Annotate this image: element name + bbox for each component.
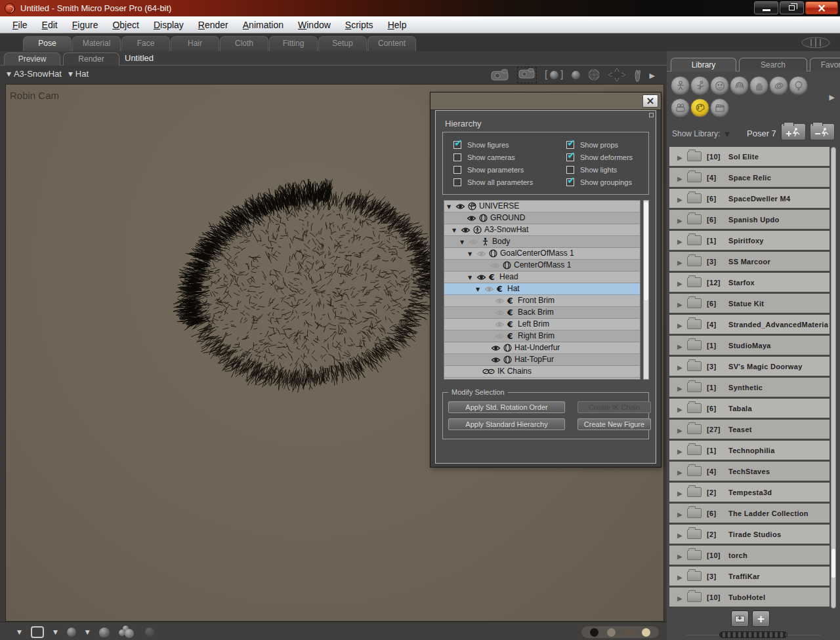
folder-icon[interactable] <box>687 193 702 203</box>
folder-expand-arrow-icon[interactable] <box>677 424 682 435</box>
tab-preview[interactable]: Preview <box>4 52 60 66</box>
element-style-ball-icon[interactable] <box>99 628 110 637</box>
library-folder-row[interactable]: [1]StudioMaya <box>669 336 830 355</box>
visibility-eye-dim-icon[interactable] <box>476 250 486 257</box>
checkbox-show-lights[interactable]: Show lights <box>566 165 648 174</box>
category-poses-icon[interactable] <box>690 76 709 95</box>
folder-name[interactable]: Sol Elite <box>728 153 828 161</box>
close-button[interactable] <box>805 1 838 14</box>
library-folder-row[interactable]: [4]Space Relic <box>669 168 830 187</box>
folder-name[interactable]: Tirade Studios <box>728 530 828 538</box>
room-tab-cloth[interactable]: Cloth <box>220 36 268 51</box>
actor-dropdown-arrow-icon[interactable]: ▼ <box>68 71 73 77</box>
category-expand-arrow-icon[interactable] <box>830 90 835 102</box>
folder-name[interactable]: TraffiKar <box>728 572 828 580</box>
folder-expand-arrow-icon[interactable] <box>677 235 682 247</box>
folder-expand-arrow-icon[interactable] <box>677 172 682 184</box>
menu-file[interactable]: File <box>5 18 35 31</box>
folder-expand-arrow-icon[interactable] <box>677 591 682 603</box>
runtime-dropdown-arrow-icon[interactable] <box>724 129 730 138</box>
tree-row-ik-chains[interactable]: IK Chains <box>444 366 640 378</box>
tab-render[interactable]: Render <box>63 52 119 66</box>
tree-row-left-brim[interactable]: Left Brim <box>444 319 640 330</box>
folder-icon[interactable] <box>687 298 702 308</box>
tree-row-goalcenterofmass-1[interactable]: GoalCenterOfMass 1 <box>444 248 640 260</box>
folder-name[interactable]: Spanish Updo <box>728 216 828 224</box>
background-swatch-2[interactable] <box>625 628 633 637</box>
tree-row-hat-underfur[interactable]: Hat-Underfur <box>444 342 640 354</box>
checkbox-show-all-parameters[interactable]: Show all parameters <box>453 178 566 187</box>
room-dial-icon[interactable] <box>801 37 831 49</box>
room-tab-fitting[interactable]: Fitting <box>269 36 318 51</box>
tree-row-a3-snowhat[interactable]: A3-SnowHat <box>444 224 640 236</box>
visibility-eye-icon[interactable] <box>461 227 471 233</box>
visibility-eye-icon[interactable] <box>491 345 501 351</box>
visibility-eye-dim-icon[interactable] <box>495 298 505 304</box>
library-folder-row[interactable]: [1]Synthetic <box>669 378 830 397</box>
category-cameras-icon[interactable] <box>671 98 690 117</box>
camera-menu-arrow-icon[interactable]: ▼ <box>17 629 22 635</box>
visibility-eye-dim-icon[interactable] <box>495 333 505 340</box>
camera-select-icon[interactable] <box>517 67 537 83</box>
folder-expand-arrow-icon[interactable] <box>677 361 682 372</box>
tree-row-back-brim[interactable]: Back Brim <box>444 307 640 319</box>
folder-icon[interactable] <box>687 424 702 434</box>
restore-button[interactable] <box>780 1 804 14</box>
library-tab-search[interactable]: Search <box>739 58 807 71</box>
library-folder-row[interactable]: [3]SS Marcoor <box>669 252 830 271</box>
runtime-selector[interactable]: Poser 7 <box>747 129 776 138</box>
checkbox-show-groupings[interactable]: Show groupings <box>566 178 648 187</box>
figure-dropdown-arrow-icon[interactable]: ▼ <box>7 71 11 77</box>
background-swatch-0[interactable] <box>590 628 598 637</box>
room-tab-pose[interactable]: Pose <box>23 36 72 51</box>
trackball-icon[interactable] <box>588 69 600 81</box>
add-to-library-button[interactable] <box>731 610 749 627</box>
category-scenes-icon[interactable] <box>710 98 729 117</box>
ball-icon[interactable] <box>572 71 580 79</box>
folder-expand-arrow-icon[interactable] <box>677 508 682 519</box>
folder-icon[interactable] <box>687 571 702 581</box>
minimize-button[interactable] <box>754 1 778 14</box>
folder-icon[interactable] <box>687 256 702 266</box>
tree-collapse-arrow-icon[interactable] <box>460 236 469 248</box>
figure-selector[interactable]: A3-SnowHat <box>14 69 62 79</box>
library-folder-row[interactable]: [2]Tirade Studios <box>669 525 830 544</box>
create-new-figure-button[interactable]: Create New Figure <box>578 418 651 430</box>
tree-row-body[interactable]: Body <box>444 236 640 248</box>
element-style-arrow-icon[interactable]: ▼ <box>85 629 90 635</box>
room-tab-hair[interactable]: Hair <box>171 36 219 51</box>
apply-std-rotation-order-button[interactable]: Apply Std. Rotation Order <box>448 401 565 413</box>
tree-row-right-brim[interactable]: Right Brim <box>444 330 640 342</box>
visibility-eye-dim-icon[interactable] <box>484 286 494 292</box>
library-folder-row[interactable]: [2]Tempesta3d <box>669 483 830 502</box>
checkbox-show-cameras[interactable]: Show cameras <box>453 153 566 162</box>
controls-expand-arrow-icon[interactable] <box>650 69 655 81</box>
folder-name[interactable]: Tempesta3d <box>728 489 828 496</box>
category-expressions-icon[interactable] <box>710 76 729 95</box>
multi-ball-style-icon[interactable] <box>119 626 136 639</box>
visibility-eye-icon[interactable] <box>467 215 476 222</box>
checkbox-box[interactable] <box>566 178 574 186</box>
library-tab-favorit[interactable]: Favorit <box>810 58 840 71</box>
checkbox-show-props[interactable]: Show props <box>566 140 648 150</box>
background-swatch-1[interactable] <box>607 628 616 637</box>
folder-icon[interactable] <box>687 340 702 350</box>
folder-icon[interactable] <box>687 403 702 413</box>
checkbox-show-parameters[interactable]: Show parameters <box>453 165 566 174</box>
add-item-button[interactable] <box>752 610 770 627</box>
folder-name[interactable]: SpaceDweller M4 <box>728 195 828 203</box>
library-folder-row[interactable]: [4]Stranded_AdvancedMateria <box>669 315 830 334</box>
hierarchy-tree-scrollbar[interactable] <box>643 200 649 380</box>
library-folder-row[interactable]: [1]Spiritfoxy <box>669 231 830 250</box>
folder-expand-arrow-icon[interactable] <box>677 529 682 540</box>
room-tab-material[interactable]: Material <box>72 36 121 51</box>
apply-standard-hierarchy-button[interactable]: Apply Standard Hierarchy <box>448 418 565 430</box>
panel-resize-grip-icon[interactable] <box>719 631 788 638</box>
folder-name[interactable]: Spiritfoxy <box>728 237 828 245</box>
hierarchy-window-titlebar[interactable] <box>430 92 661 110</box>
folder-expand-arrow-icon[interactable] <box>677 214 682 226</box>
depth-cue-icon[interactable] <box>31 626 44 638</box>
folder-name[interactable]: Space Relic <box>728 174 828 182</box>
checkbox-box[interactable] <box>453 178 461 186</box>
remove-library-button[interactable] <box>810 123 835 140</box>
